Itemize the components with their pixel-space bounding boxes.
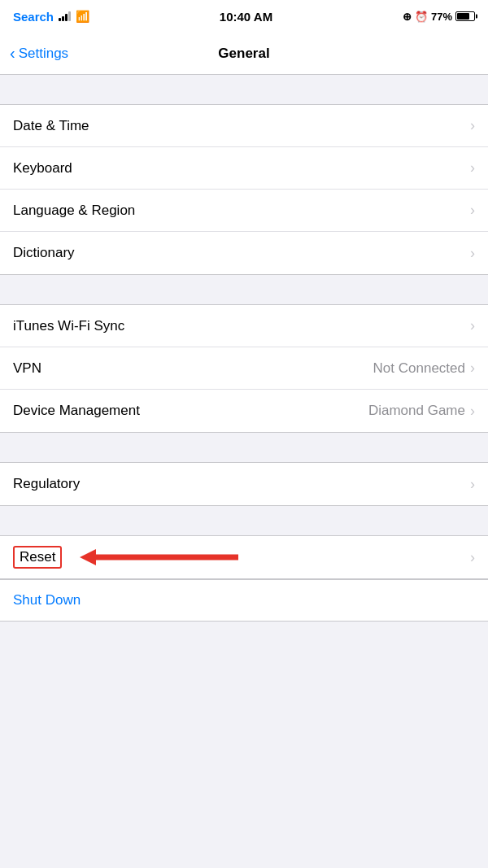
row-chevron-regulatory: › <box>470 476 475 493</box>
settings-row-itunes-wifi-sync[interactable]: iTunes Wi-Fi Sync › <box>0 305 488 347</box>
status-time: 10:40 AM <box>220 10 272 24</box>
settings-row-reset[interactable]: Reset › <box>0 536 488 578</box>
settings-group-4: Reset › <box>0 535 488 579</box>
chevron-icon: › <box>470 476 475 493</box>
section-gap-2 <box>0 275 488 304</box>
location-icon: ⊕ <box>403 11 412 23</box>
back-label: Settings <box>19 46 68 62</box>
shutdown-row[interactable]: Shut Down <box>0 579 488 622</box>
row-chevron-dictionary: › <box>470 245 475 262</box>
row-label-itunes-wifi-sync: iTunes Wi-Fi Sync <box>13 318 124 334</box>
settings-row-language-region[interactable]: Language & Region › <box>0 190 488 232</box>
status-bar: Search 📶 10:40 AM ⊕ ⏰ 77% <box>0 0 488 33</box>
section-gap-4 <box>0 506 488 535</box>
settings-row-date-time[interactable]: Date & Time › <box>0 105 488 147</box>
row-label-reset: Reset <box>13 546 62 569</box>
page-title: General <box>218 46 269 62</box>
row-chevron-reset: › <box>470 549 475 566</box>
status-left: Search 📶 <box>13 10 89 24</box>
chevron-icon: › <box>470 360 475 377</box>
row-label-dictionary: Dictionary <box>13 245 75 261</box>
chevron-icon: › <box>470 317 475 334</box>
navigation-bar: ‹ Settings General <box>0 33 488 75</box>
battery-pct: 77% <box>431 11 452 23</box>
settings-group-2: iTunes Wi-Fi Sync › VPN Not Connected › … <box>0 304 488 433</box>
shut-down-label[interactable]: Shut Down <box>13 592 81 608</box>
row-value-device-management: Diamond Game › <box>368 403 475 420</box>
settings-row-dictionary[interactable]: Dictionary › <box>0 232 488 274</box>
alarm-icon: ⏰ <box>415 11 428 23</box>
row-label-date-time: Date & Time <box>13 118 89 134</box>
red-arrow-annotation <box>72 543 242 572</box>
status-right: ⊕ ⏰ 77% <box>403 11 475 23</box>
settings-row-device-management[interactable]: Device Management Diamond Game › <box>0 390 488 432</box>
row-chevron-language-region: › <box>470 202 475 219</box>
row-label-keyboard: Keyboard <box>13 160 72 177</box>
row-label-vpn: VPN <box>13 360 41 377</box>
settings-row-vpn[interactable]: VPN Not Connected › <box>0 347 488 390</box>
reset-highlight-box: Reset <box>13 546 62 569</box>
chevron-icon: › <box>470 403 475 420</box>
chevron-icon: › <box>470 159 475 177</box>
signal-bars-icon <box>59 11 71 21</box>
row-chevron-itunes-wifi-sync: › <box>470 317 475 334</box>
section-gap-1 <box>0 75 488 104</box>
row-chevron-keyboard: › <box>470 159 475 177</box>
row-label-device-management: Device Management <box>13 403 140 419</box>
row-label-regulatory: Regulatory <box>13 476 80 492</box>
settings-row-keyboard[interactable]: Keyboard › <box>0 147 488 190</box>
row-value-vpn: Not Connected › <box>373 360 475 377</box>
settings-group-1: Date & Time › Keyboard › Language & Regi… <box>0 104 488 275</box>
svg-marker-1 <box>80 549 96 565</box>
device-management-value: Diamond Game <box>368 403 465 419</box>
settings-row-regulatory[interactable]: Regulatory › <box>0 463 488 505</box>
battery-icon <box>455 11 475 21</box>
vpn-status: Not Connected <box>373 360 465 377</box>
chevron-icon: › <box>470 245 475 262</box>
bottom-padding <box>0 622 488 670</box>
back-button[interactable]: ‹ Settings <box>10 46 68 62</box>
carrier-label: Search <box>13 10 54 24</box>
section-gap-3 <box>0 433 488 462</box>
settings-group-3: Regulatory › <box>0 462 488 506</box>
row-chevron-date-time: › <box>470 117 475 134</box>
chevron-icon: › <box>470 117 475 134</box>
wifi-icon: 📶 <box>76 10 89 23</box>
chevron-icon: › <box>470 549 475 566</box>
chevron-icon: › <box>470 202 475 219</box>
row-label-language-region: Language & Region <box>13 203 135 219</box>
back-chevron-icon: ‹ <box>10 45 15 61</box>
